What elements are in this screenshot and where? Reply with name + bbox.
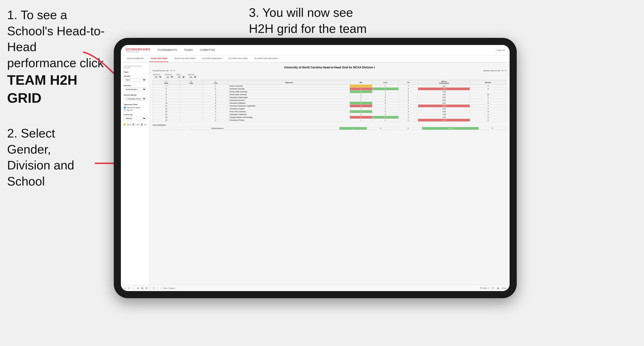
nav-committee[interactable]: COMMITTEE: [200, 49, 215, 51]
cell-diff: -2.29: [418, 88, 470, 90]
table-row: 13 1 Texas Tech University 3 0 0 5.56 9: [153, 110, 506, 113]
sub-nav-player-summary[interactable]: PLAYER SUMMARY: [201, 55, 223, 62]
cell-tie: 0: [398, 119, 418, 122]
toolbar-view: 📄 View: Original: [160, 287, 175, 289]
cell-loss: 4: [372, 88, 398, 90]
cell-diff: 1.67: [418, 85, 470, 88]
col-loss: Loss: [372, 80, 398, 85]
cell-diff: -1.00: [418, 113, 470, 116]
conference-filter-select[interactable]: (All): [164, 75, 174, 79]
colour-by-label: Colour by: [124, 114, 146, 116]
cell-diff: 1.83: [418, 93, 470, 96]
legend-level-label: Level: [136, 124, 140, 125]
cell-conf: 4: [203, 116, 228, 119]
cell-opponent: University of Virginia: [228, 107, 350, 110]
cell-tie: 0: [398, 93, 418, 96]
cell-loss: 0: [372, 107, 398, 110]
watch-btn[interactable]: 👁 Watch ▾: [480, 287, 489, 289]
cell-loss: 1: [372, 90, 398, 93]
cell-opponent: University of Arkansas, Fayetteville: [228, 105, 350, 107]
sub-nav-team-summary[interactable]: TEAM SUMMARY: [126, 55, 145, 62]
table-row: 4 1 Arizona State University 5 1 0 2.29: [153, 90, 506, 93]
cell-conf: 3: [203, 107, 228, 110]
paste-btn[interactable]: ⊟: [146, 287, 148, 289]
comment-btn[interactable]: 💬: [492, 287, 494, 289]
cell-diff: -4.33: [418, 105, 470, 107]
colour-legend: Down Level Up: [124, 123, 146, 126]
table-row: 16 3 University of Florida 1 1 0 -6.42 9: [153, 119, 506, 122]
school-section-label: School (Rank): [124, 94, 146, 96]
region-filter-select[interactable]: (All): [176, 75, 186, 79]
table-row: 10 5 University of Alabama 3 0 0 2.61 8: [153, 102, 506, 105]
cell-rank: 4: [153, 90, 180, 93]
cell-tie: 0: [398, 90, 418, 93]
cell-loss: 1: [372, 105, 398, 107]
ood-rank: [153, 127, 172, 130]
toolbar-sep1: [150, 287, 150, 290]
division-select[interactable]: NCAA Division I: [124, 88, 146, 91]
nav-tournaments[interactable]: TOURNAMENTS: [158, 49, 177, 51]
cell-reg: [180, 93, 203, 96]
cell-opponent: Georgia Institute of Technology: [228, 116, 350, 119]
colour-by-select[interactable]: Win/loss: [124, 117, 146, 120]
undo-btn[interactable]: ↩: [124, 287, 126, 289]
cell-reg: [180, 107, 203, 110]
sub-nav-team-h2h-grid[interactable]: TEAM H2H GRID: [150, 55, 168, 62]
sub-nav-player-h2h-grid[interactable]: PLAYER H2H GRID: [228, 55, 248, 62]
cell-tie: 0: [398, 85, 418, 88]
nav-teams[interactable]: TEAMS: [184, 49, 193, 51]
cell-loss: 0: [372, 96, 398, 99]
main-content: Last Updated: 27/03/2024 16:55:38 Team G…: [121, 62, 510, 285]
cell-win: 2: [350, 85, 372, 88]
cell-conf: 2: [203, 93, 228, 96]
opponent-filter-label: Opponent: [188, 74, 197, 75]
ood-tie: 0: [394, 127, 422, 130]
cell-rank: 12: [153, 107, 180, 110]
school-select[interactable]: 1. University of Nort...: [124, 97, 146, 101]
step2-text: 2. Select Gender, Division and School: [7, 126, 74, 188]
region-filter-label: Region: [176, 74, 186, 75]
logo-main: SCOREBOARD: [126, 48, 150, 51]
cell-win: 3: [350, 110, 372, 113]
radio-top100[interactable]: Top 100: [124, 109, 146, 111]
team-label: Team: [124, 71, 146, 73]
back-btn[interactable]: ←: [132, 287, 135, 289]
redo-btn[interactable]: ↪: [128, 287, 130, 289]
cell-opponent: University of Arizona: [228, 99, 350, 102]
cell-reg: [180, 96, 203, 99]
sign-out-btn[interactable]: | Sign out: [496, 49, 505, 51]
cell-tie: 0: [398, 105, 418, 107]
opponents-filter-select[interactable]: (All): [153, 75, 162, 79]
present-btn[interactable]: ▣: [497, 287, 499, 289]
tablet-screen: SCOREBOARD Powered by clippi TOURNAMENTS…: [121, 45, 510, 291]
legend-down-dot: [124, 123, 126, 126]
col-rounds: Rounds: [470, 80, 506, 85]
cell-conf: 3: [203, 119, 228, 122]
cell-diff: 3.67: [418, 96, 470, 99]
cell-reg: [180, 116, 203, 119]
cell-win: 1: [350, 93, 372, 96]
copy-btn[interactable]: ⊞: [141, 287, 143, 289]
col-win: Win: [350, 80, 372, 85]
share-btn[interactable]: Share: [502, 287, 507, 289]
cell-conf: 3: [203, 99, 228, 102]
cell-win: 5: [350, 90, 372, 93]
cell-tie: 0: [398, 99, 418, 102]
clock-btn[interactable]: 🕐: [152, 287, 155, 289]
cell-loss: 1: [372, 85, 398, 88]
opponent-filter-select[interactable]: (All): [188, 75, 197, 79]
radio-opponents-played[interactable]: Opponents Played: [124, 107, 146, 109]
forward-btn[interactable]: ⊕: [137, 287, 139, 289]
gender-select[interactable]: Men's: [124, 78, 146, 82]
nav-bar: SCOREBOARD Powered by clippi TOURNAMENTS…: [121, 45, 510, 55]
cell-diff: 9.00: [418, 99, 470, 102]
col-rank: #Rank: [153, 80, 180, 85]
cell-win: 1: [350, 119, 372, 122]
cell-rounds: 9: [470, 110, 506, 113]
cell-tie: 0: [398, 102, 418, 105]
ood-name: NCAA Division II: [210, 127, 340, 130]
sub-nav-team-h2h-heatmap[interactable]: TEAM H2H HEATMAP: [173, 55, 196, 62]
table-row: 9 3 University of Arizona 1 0 0 9.00 2: [153, 99, 506, 102]
sub-nav-player-h2h-heatmap[interactable]: PLAYER H2H HEATMAP: [254, 55, 279, 62]
conference-filter-label: Conference: [164, 74, 174, 75]
